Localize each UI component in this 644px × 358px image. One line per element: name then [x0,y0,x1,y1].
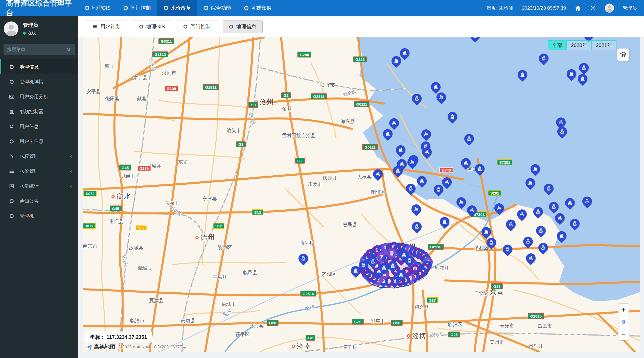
gate-station-marker[interactable] [388,261,398,271]
tab-地理GIS[interactable]: 地理GIS [133,20,171,33]
gate-station-marker[interactable] [539,54,548,63]
gate-station-marker[interactable] [533,207,543,217]
gate-station-marker[interactable] [494,203,504,213]
gate-station-marker[interactable] [517,209,527,219]
layers-button[interactable] [617,49,629,61]
gate-station-marker[interactable] [470,37,480,40]
gate-station-marker[interactable] [379,263,389,273]
gate-station-marker[interactable] [523,237,533,246]
top-nav-item[interactable]: 综合功能 [197,0,238,16]
gate-station-marker[interactable] [549,202,559,211]
gate-station-marker[interactable] [461,158,471,168]
gate-station-marker[interactable] [487,238,496,247]
pump-station-marker[interactable] [387,248,397,258]
gate-station-marker[interactable] [373,169,383,179]
gate-station-marker[interactable] [412,94,422,103]
fullscreen-icon[interactable] [590,5,596,11]
year-filter-全部[interactable]: 全部 [548,40,567,50]
gate-station-marker[interactable] [406,184,416,193]
year-filter-2020年[interactable]: 2020年 [567,40,592,50]
sidebar-item[interactable]: 通知公告 [0,194,78,208]
gate-station-marker[interactable] [578,74,587,84]
gate-station-marker[interactable] [400,48,409,58]
gate-station-marker[interactable] [481,227,491,237]
user-avatar[interactable] [605,4,614,13]
gate-station-marker[interactable] [570,219,580,228]
gate-station-marker[interactable] [525,178,535,188]
gate-station-marker[interactable] [536,226,546,235]
gate-station-marker[interactable] [584,37,593,40]
county-label: 献县 [137,96,147,102]
sidebar-item[interactable]: 用户费用分析 [0,89,78,104]
gate-station-marker[interactable] [359,260,368,270]
sidebar-item[interactable]: 管理机详情 [0,74,78,89]
county-label: 济阳区 [322,271,336,278]
gate-station-marker[interactable] [448,112,457,122]
gate-station-marker[interactable] [422,147,432,157]
gate-station-marker[interactable] [556,117,566,127]
gate-station-marker[interactable] [396,145,405,155]
gate-station-marker[interactable] [412,222,422,231]
gate-station-marker[interactable] [436,92,446,102]
gate-station-marker[interactable] [506,220,516,229]
gate-station-marker[interactable] [417,176,427,186]
gate-station-marker[interactable] [503,245,512,254]
gate-station-marker[interactable] [538,243,548,252]
gate-station-marker[interactable] [456,197,466,207]
gate-station-marker[interactable] [368,257,378,266]
zoom-out-button[interactable]: − [618,328,629,340]
map-canvas[interactable]: 蠡县肃宁县河间市安平县饶阳县献县沧州沧县黄骅市海兴县孟村回族自治县泊头市东光县吴… [83,37,640,352]
gate-station-marker[interactable] [440,217,449,227]
gate-station-marker[interactable] [475,164,485,174]
home-icon[interactable] [574,5,581,11]
sidebar-item[interactable]: 地理信息 [0,59,78,74]
gate-station-marker[interactable] [544,184,554,193]
gate-station-marker[interactable] [411,204,421,214]
sidebar-item[interactable]: 射频控制器 [0,104,78,119]
gate-station-marker[interactable] [389,118,399,128]
gate-station-marker[interactable] [467,205,477,215]
gate-station-marker[interactable] [407,157,417,167]
sidebar-item[interactable]: 水价管理‹ [0,164,78,179]
search-icon[interactable] [66,47,71,52]
sidebar-item[interactable]: 用户卡信息 [0,134,78,149]
gate-station-marker[interactable] [431,82,441,92]
road-badge: G20 [391,320,403,326]
tab-地理信息[interactable]: 地理信息 [223,20,263,33]
gate-station-marker[interactable] [383,129,393,139]
gate-station-marker[interactable] [531,164,540,174]
pump-station-marker[interactable] [410,264,420,274]
sidebar-item[interactable]: 管理机 [0,208,78,223]
zoom-in-button[interactable]: + [618,304,629,316]
gate-station-marker[interactable] [421,129,431,139]
year-filter-2021年[interactable]: 2021年 [592,40,617,50]
search-input[interactable] [7,47,66,52]
gate-station-marker[interactable] [298,254,308,263]
year-filter: 全部2020年2021年 [548,40,616,50]
gate-station-marker[interactable] [392,56,401,66]
gate-station-marker[interactable] [567,69,576,79]
gate-station-marker[interactable] [442,177,452,187]
gate-station-marker[interactable] [582,197,592,206]
top-nav-item[interactable]: 地理GIS [78,0,117,16]
gate-station-marker[interactable] [557,127,567,136]
tab-用水计划[interactable]: 用水计划 [86,20,127,33]
gate-station-marker[interactable] [565,198,575,208]
top-nav-item[interactable]: 可视数据 [238,0,278,16]
top-nav-item[interactable]: 闸门控制 [117,0,157,16]
sidebar-item[interactable]: 水量统计‹ [0,179,78,194]
sidebar-item[interactable]: 用户信息 [0,119,78,134]
gate-station-marker[interactable] [557,231,566,241]
gate-station-marker[interactable] [579,63,589,73]
gate-station-marker[interactable] [526,253,536,263]
gate-station-marker[interactable] [396,270,406,280]
gate-station-marker[interactable] [555,213,565,223]
sidebar-item[interactable]: 水权管理‹ [0,149,78,164]
top-nav-item[interactable]: 水价改革 [157,0,197,16]
gate-station-marker[interactable] [393,166,403,176]
city-label: 济南 [292,342,311,351]
tab-闸门控制[interactable]: 闸门控制 [177,20,217,33]
gate-station-marker[interactable] [464,134,474,144]
gate-station-marker[interactable] [518,70,527,80]
username[interactable]: 管理员 [623,5,637,11]
